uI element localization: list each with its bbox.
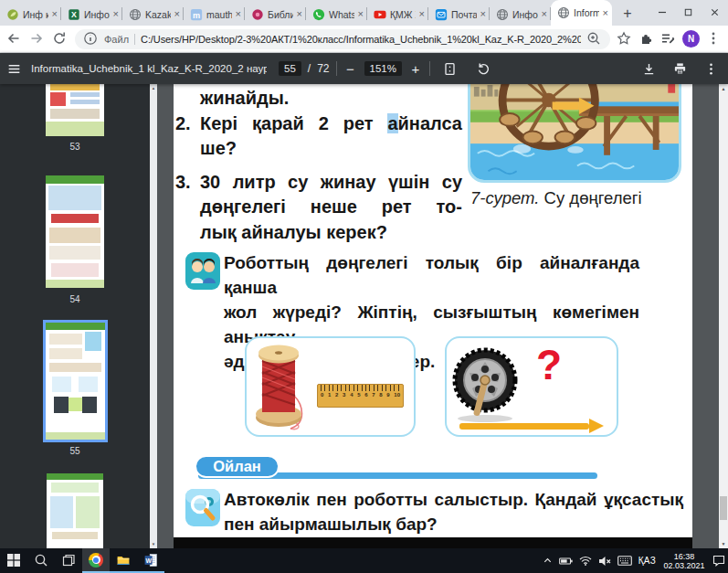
distance-arrow-icon bbox=[459, 419, 604, 433]
thumbnail-art bbox=[46, 122, 104, 136]
rotate-icon[interactable] bbox=[470, 55, 498, 82]
info-icon[interactable] bbox=[83, 31, 99, 47]
pdf-page: жинайды. 2. Кері қарай 2 рет айналса ше?… bbox=[174, 84, 692, 548]
library-icon bbox=[251, 8, 264, 21]
clock[interactable]: 16:38 02.03.2021 bbox=[662, 552, 706, 570]
scroll-down-icon[interactable]: ▼ bbox=[150, 542, 157, 546]
pdf-filename: Informatika_Uchebnik_1 kl_Kaz_K-R_2020_2… bbox=[31, 63, 267, 74]
zoom-out-button[interactable]: − bbox=[343, 61, 358, 77]
close-button[interactable] bbox=[702, 0, 728, 24]
forward-icon[interactable] bbox=[29, 31, 46, 48]
ruler-number: 6 bbox=[364, 392, 367, 398]
bookmark-star-icon[interactable] bbox=[617, 31, 632, 47]
back-icon[interactable] bbox=[6, 31, 23, 48]
tab-bar: Инф каз×XИнформ×Kazak tili_×mmauthor×Биб… bbox=[0, 0, 728, 26]
zoom-page-icon[interactable] bbox=[586, 31, 602, 47]
browser-tab[interactable]: Информ× bbox=[490, 3, 551, 26]
ruler-number: 4 bbox=[350, 392, 353, 398]
task-view-button[interactable] bbox=[55, 548, 82, 573]
browser-tab[interactable]: ҚМЖ ЖА× bbox=[367, 3, 428, 26]
taskbar-explorer-button[interactable] bbox=[110, 548, 137, 573]
download-icon[interactable] bbox=[635, 55, 662, 82]
scroll-up-icon[interactable]: ▲ bbox=[150, 86, 157, 90]
new-tab-button[interactable]: + bbox=[616, 3, 639, 25]
thumbnail-art bbox=[46, 280, 104, 288]
browser-tab[interactable]: Библиот× bbox=[245, 3, 306, 26]
browser-tab[interactable]: WhatsAp× bbox=[306, 3, 367, 26]
pdf-menu-icon[interactable] bbox=[0, 55, 27, 82]
tab-close-icon[interactable]: × bbox=[419, 9, 425, 19]
browser-tab[interactable]: XИнформ× bbox=[61, 3, 122, 26]
sidebar-scrollbar[interactable]: ▲ ▼ bbox=[150, 84, 157, 548]
tab-label: Почта M bbox=[451, 9, 477, 20]
reload-icon[interactable] bbox=[52, 31, 69, 48]
volume-muted-icon[interactable] bbox=[598, 556, 611, 567]
wifi-icon[interactable] bbox=[579, 556, 592, 566]
hidden-icons-chevron[interactable] bbox=[543, 556, 553, 566]
taskbar-word-button[interactable]: W bbox=[137, 548, 164, 573]
fit-page-icon[interactable] bbox=[437, 55, 464, 82]
tab-close-icon[interactable]: × bbox=[542, 9, 547, 19]
taskbar-chrome-button[interactable] bbox=[82, 548, 110, 573]
language-indicator[interactable]: ҚАЗ bbox=[638, 556, 656, 566]
tab-label: Kazak tili_ bbox=[145, 9, 171, 20]
list-fragment: жинайды. bbox=[175, 86, 462, 111]
print-icon[interactable] bbox=[666, 55, 693, 82]
tab-close-icon[interactable]: × bbox=[52, 9, 58, 19]
tab-close-icon[interactable]: × bbox=[113, 9, 119, 19]
extensions-puzzle-icon[interactable] bbox=[638, 31, 654, 47]
thread-spool-icon bbox=[254, 341, 307, 432]
zoom-level-value[interactable]: 151% bbox=[364, 61, 402, 76]
zoom-in-button[interactable]: + bbox=[408, 61, 423, 77]
start-button[interactable] bbox=[0, 548, 27, 573]
tab-close-icon[interactable]: × bbox=[174, 9, 180, 19]
address-bar: Файл C:/Users/HP/Desktop/2-3%20АКТ/1%20к… bbox=[0, 26, 728, 53]
ruler-number: 3 bbox=[343, 392, 345, 398]
excel-icon: X bbox=[68, 8, 80, 21]
page-scrollbar[interactable]: ▲ ▼ bbox=[719, 84, 728, 548]
text-line: Автокөлік пен роботты салыстыр. Қандай ұ… bbox=[224, 487, 683, 512]
thumbnail-art bbox=[49, 228, 100, 243]
scrollbar-thumb[interactable] bbox=[720, 496, 727, 520]
action-center-icon[interactable] bbox=[712, 555, 725, 567]
mail-icon bbox=[435, 8, 448, 21]
think-question: Автокөлік пен роботты салыстыр. Қандай ұ… bbox=[224, 487, 683, 536]
minimize-button[interactable] bbox=[649, 0, 675, 24]
page-thumbnail-53[interactable] bbox=[46, 84, 104, 136]
tab-close-icon[interactable]: × bbox=[236, 9, 241, 19]
page-thumbnail-54[interactable] bbox=[46, 175, 104, 288]
tab-close-icon[interactable]: × bbox=[297, 9, 302, 19]
reading-list-icon[interactable] bbox=[660, 31, 676, 47]
browser-tab[interactable]: Kazak tili_× bbox=[122, 3, 184, 26]
maximize-button[interactable] bbox=[675, 0, 702, 24]
browser-tab[interactable]: Informat× bbox=[551, 0, 612, 26]
touch-keyboard-icon[interactable] bbox=[617, 556, 632, 566]
tab-close-icon[interactable]: × bbox=[358, 9, 364, 19]
tab-close-icon[interactable]: × bbox=[480, 9, 486, 19]
ruler-number: 9 bbox=[386, 392, 389, 398]
browser-menu-icon[interactable] bbox=[706, 31, 722, 47]
profile-avatar[interactable]: N bbox=[682, 30, 700, 48]
thumbnail-art bbox=[85, 332, 101, 350]
thumbnail-art bbox=[54, 397, 69, 413]
thumbnail-art bbox=[51, 214, 98, 223]
thumbnail-art bbox=[46, 323, 105, 330]
tab-close-icon[interactable]: × bbox=[603, 8, 608, 18]
ruler-number: 0 bbox=[321, 392, 323, 398]
text-line: дөңгелегі неше рет то- bbox=[200, 195, 462, 220]
browser-tab[interactable]: Почта M× bbox=[428, 3, 490, 26]
page-thumbnail-55[interactable] bbox=[43, 320, 108, 442]
scroll-up-icon[interactable]: ▲ bbox=[719, 86, 728, 91]
page-number-input[interactable]: 55 bbox=[279, 61, 301, 76]
pdf-more-icon[interactable] bbox=[697, 55, 724, 82]
page-thumbnail-56[interactable] bbox=[47, 473, 103, 548]
pdf-viewer-main: 535455 ▲ ▼ жинайды. 2. Кері қарай 2 рет … bbox=[0, 84, 728, 548]
browser-tab[interactable]: Инф каз× bbox=[0, 3, 61, 26]
scroll-down-icon[interactable]: ▼ bbox=[719, 541, 728, 546]
browser-tab[interactable]: mmauthor× bbox=[184, 3, 245, 26]
m-icon: m bbox=[190, 8, 203, 21]
url-field[interactable]: Файл C:/Users/HP/Desktop/2-3%20АКТ/1%20к… bbox=[75, 29, 610, 49]
battery-icon[interactable] bbox=[559, 557, 573, 566]
taskbar-search-button[interactable] bbox=[27, 548, 55, 573]
clock-time: 16:38 bbox=[662, 552, 706, 561]
